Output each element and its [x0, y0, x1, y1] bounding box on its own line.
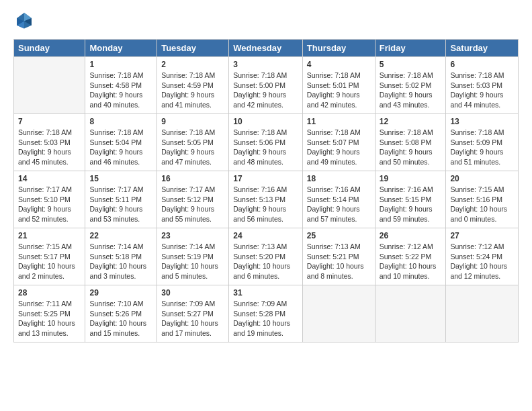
cell-content: Sunrise: 7:18 AM Sunset: 5:04 PM Dayligh… [89, 128, 152, 167]
day-header-thursday: Thursday [302, 40, 375, 57]
cell-content: Sunrise: 7:16 AM Sunset: 5:13 PM Dayligh… [233, 185, 298, 224]
logo [13, 11, 36, 32]
cell-content: Sunrise: 7:17 AM Sunset: 5:12 PM Dayligh… [161, 185, 224, 224]
calendar-cell [446, 285, 519, 342]
calendar-header: SundayMondayTuesdayWednesdayThursdayFrid… [14, 40, 519, 57]
calendar-cell: 4Sunrise: 7:18 AM Sunset: 5:01 PM Daylig… [302, 57, 375, 114]
day-number: 18 [307, 174, 371, 183]
calendar-cell: 23Sunrise: 7:14 AM Sunset: 5:19 PM Dayli… [157, 228, 229, 285]
day-number: 25 [307, 231, 371, 240]
day-header-monday: Monday [85, 40, 157, 57]
cell-content: Sunrise: 7:13 AM Sunset: 5:20 PM Dayligh… [233, 242, 298, 281]
day-number: 22 [89, 231, 152, 240]
day-number: 31 [233, 288, 298, 298]
calendar-cell: 7Sunrise: 7:18 AM Sunset: 5:03 PM Daylig… [14, 114, 85, 171]
day-number: 3 [233, 60, 298, 69]
header-row: SundayMondayTuesdayWednesdayThursdayFrid… [14, 40, 519, 57]
page: SundayMondayTuesdayWednesdayThursdayFrid… [0, 0, 532, 353]
calendar-cell: 27Sunrise: 7:12 AM Sunset: 5:24 PM Dayli… [446, 228, 519, 285]
day-number: 5 [380, 60, 442, 69]
calendar-cell: 17Sunrise: 7:16 AM Sunset: 5:13 PM Dayli… [229, 171, 303, 228]
week-row-5: 28Sunrise: 7:11 AM Sunset: 5:25 PM Dayli… [14, 285, 519, 342]
calendar-cell: 10Sunrise: 7:18 AM Sunset: 5:06 PM Dayli… [229, 114, 303, 171]
calendar-cell: 9Sunrise: 7:18 AM Sunset: 5:05 PM Daylig… [157, 114, 229, 171]
day-header-tuesday: Tuesday [157, 40, 229, 57]
cell-content: Sunrise: 7:18 AM Sunset: 4:58 PM Dayligh… [89, 71, 152, 110]
calendar-table: SundayMondayTuesdayWednesdayThursdayFrid… [13, 39, 519, 342]
day-number: 14 [18, 174, 81, 183]
week-row-1: 1Sunrise: 7:18 AM Sunset: 4:58 PM Daylig… [14, 57, 519, 114]
calendar-cell: 11Sunrise: 7:18 AM Sunset: 5:07 PM Dayli… [302, 114, 375, 171]
day-number: 20 [450, 174, 514, 183]
calendar-cell: 25Sunrise: 7:13 AM Sunset: 5:21 PM Dayli… [302, 228, 375, 285]
cell-content: Sunrise: 7:17 AM Sunset: 5:11 PM Dayligh… [89, 185, 152, 224]
calendar-cell: 29Sunrise: 7:10 AM Sunset: 5:26 PM Dayli… [85, 285, 157, 342]
cell-content: Sunrise: 7:18 AM Sunset: 5:03 PM Dayligh… [18, 128, 81, 167]
calendar-cell: 2Sunrise: 7:18 AM Sunset: 4:59 PM Daylig… [157, 57, 229, 114]
calendar-cell: 24Sunrise: 7:13 AM Sunset: 5:20 PM Dayli… [229, 228, 303, 285]
calendar-cell: 16Sunrise: 7:17 AM Sunset: 5:12 PM Dayli… [157, 171, 229, 228]
calendar-cell: 19Sunrise: 7:16 AM Sunset: 5:15 PM Dayli… [375, 171, 446, 228]
cell-content: Sunrise: 7:16 AM Sunset: 5:14 PM Dayligh… [307, 185, 371, 224]
day-number: 6 [450, 60, 514, 69]
calendar-cell: 20Sunrise: 7:15 AM Sunset: 5:16 PM Dayli… [446, 171, 519, 228]
cell-content: Sunrise: 7:18 AM Sunset: 5:00 PM Dayligh… [233, 71, 298, 110]
day-header-saturday: Saturday [446, 40, 519, 57]
day-number: 21 [18, 231, 81, 240]
cell-content: Sunrise: 7:14 AM Sunset: 5:19 PM Dayligh… [161, 242, 224, 281]
day-number: 26 [380, 231, 442, 240]
cell-content: Sunrise: 7:12 AM Sunset: 5:22 PM Dayligh… [380, 242, 442, 281]
day-number: 29 [89, 288, 152, 298]
cell-content: Sunrise: 7:16 AM Sunset: 5:15 PM Dayligh… [380, 185, 442, 224]
day-number: 12 [380, 117, 442, 126]
day-number: 15 [89, 174, 152, 183]
day-number: 24 [233, 231, 298, 240]
calendar-cell: 14Sunrise: 7:17 AM Sunset: 5:10 PM Dayli… [14, 171, 85, 228]
calendar-cell: 18Sunrise: 7:16 AM Sunset: 5:14 PM Dayli… [302, 171, 375, 228]
day-number: 19 [380, 174, 442, 183]
cell-content: Sunrise: 7:18 AM Sunset: 5:03 PM Dayligh… [450, 71, 514, 110]
cell-content: Sunrise: 7:15 AM Sunset: 5:17 PM Dayligh… [18, 242, 81, 281]
calendar-cell: 1Sunrise: 7:18 AM Sunset: 4:58 PM Daylig… [85, 57, 157, 114]
cell-content: Sunrise: 7:11 AM Sunset: 5:25 PM Dayligh… [18, 299, 81, 338]
calendar-cell: 3Sunrise: 7:18 AM Sunset: 5:00 PM Daylig… [229, 57, 303, 114]
week-row-4: 21Sunrise: 7:15 AM Sunset: 5:17 PM Dayli… [14, 228, 519, 285]
cell-content: Sunrise: 7:18 AM Sunset: 5:02 PM Dayligh… [380, 71, 442, 110]
calendar-cell: 22Sunrise: 7:14 AM Sunset: 5:18 PM Dayli… [85, 228, 157, 285]
week-row-3: 14Sunrise: 7:17 AM Sunset: 5:10 PM Dayli… [14, 171, 519, 228]
day-number: 13 [450, 117, 514, 126]
calendar-cell: 8Sunrise: 7:18 AM Sunset: 5:04 PM Daylig… [85, 114, 157, 171]
cell-content: Sunrise: 7:18 AM Sunset: 5:05 PM Dayligh… [161, 128, 224, 167]
cell-content: Sunrise: 7:10 AM Sunset: 5:26 PM Dayligh… [89, 299, 152, 338]
logo-icon [15, 11, 34, 30]
day-header-sunday: Sunday [14, 40, 85, 57]
week-row-2: 7Sunrise: 7:18 AM Sunset: 5:03 PM Daylig… [14, 114, 519, 171]
day-number: 7 [18, 117, 81, 126]
cell-content: Sunrise: 7:15 AM Sunset: 5:16 PM Dayligh… [450, 185, 514, 224]
cell-content: Sunrise: 7:18 AM Sunset: 5:06 PM Dayligh… [233, 128, 298, 167]
calendar-cell: 15Sunrise: 7:17 AM Sunset: 5:11 PM Dayli… [85, 171, 157, 228]
day-number: 2 [161, 60, 224, 69]
cell-content: Sunrise: 7:18 AM Sunset: 4:59 PM Dayligh… [161, 71, 224, 110]
day-number: 8 [89, 117, 152, 126]
day-number: 9 [161, 117, 224, 126]
day-number: 17 [233, 174, 298, 183]
calendar-cell: 31Sunrise: 7:09 AM Sunset: 5:28 PM Dayli… [229, 285, 303, 342]
cell-content: Sunrise: 7:14 AM Sunset: 5:18 PM Dayligh… [89, 242, 152, 281]
calendar-cell: 21Sunrise: 7:15 AM Sunset: 5:17 PM Dayli… [14, 228, 85, 285]
calendar-cell [375, 285, 446, 342]
day-number: 16 [161, 174, 224, 183]
cell-content: Sunrise: 7:09 AM Sunset: 5:27 PM Dayligh… [161, 299, 224, 338]
cell-content: Sunrise: 7:12 AM Sunset: 5:24 PM Dayligh… [450, 242, 514, 281]
day-number: 27 [450, 231, 514, 240]
cell-content: Sunrise: 7:18 AM Sunset: 5:07 PM Dayligh… [307, 128, 371, 167]
day-header-wednesday: Wednesday [229, 40, 303, 57]
day-number: 1 [89, 60, 152, 69]
cell-content: Sunrise: 7:13 AM Sunset: 5:21 PM Dayligh… [307, 242, 371, 281]
calendar-cell: 28Sunrise: 7:11 AM Sunset: 5:25 PM Dayli… [14, 285, 85, 342]
cell-content: Sunrise: 7:18 AM Sunset: 5:08 PM Dayligh… [380, 128, 442, 167]
cell-content: Sunrise: 7:17 AM Sunset: 5:10 PM Dayligh… [18, 185, 81, 224]
calendar-cell: 26Sunrise: 7:12 AM Sunset: 5:22 PM Dayli… [375, 228, 446, 285]
calendar-cell: 5Sunrise: 7:18 AM Sunset: 5:02 PM Daylig… [375, 57, 446, 114]
calendar-body: 1Sunrise: 7:18 AM Sunset: 4:58 PM Daylig… [14, 57, 519, 342]
